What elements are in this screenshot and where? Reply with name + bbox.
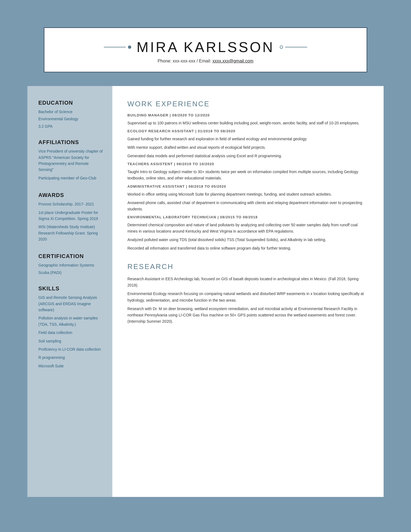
research-para-1: Research Assistant in EES Archeology lab… xyxy=(127,276,369,288)
job-desc-5-2: Recorded all information and transferred… xyxy=(127,245,369,251)
deco-line-right xyxy=(285,47,307,47)
sidebar-affiliations: AFFILIATIONS Vice President of universit… xyxy=(38,139,104,183)
job-teachers-assistant: TEACHERS ASSISTENT | 08/2019 to 10/2020 … xyxy=(127,162,369,181)
work-experience-section: WORK EXPERIENCE BUILDING MANAGER | 08/20… xyxy=(127,100,369,251)
deco-circle-empty-right xyxy=(280,45,283,49)
skill6: R programming xyxy=(38,354,104,361)
name-decoration-left xyxy=(104,45,131,49)
job-desc-5-0: Determined chemical composition and natu… xyxy=(127,222,369,234)
job-title-5: ENVIRONMENTAL LABORATORY TECHNICIAN | 08… xyxy=(127,215,369,219)
research-section: RESEARCH Research Assistant in EES Arche… xyxy=(127,254,369,325)
job-desc-4-1: Answered phone calls, assisted chair of … xyxy=(127,200,369,212)
affiliation2: Participating member of Geo-Club xyxy=(38,175,104,181)
header-contact: Phone: xxx-xxx-xxx / Email: xxxx.xxx@gma… xyxy=(61,59,350,64)
job-desc-2-0: Gained funding for further research and … xyxy=(127,136,369,142)
job-admin-assistant: ADMINISTRATIVE ASSISTANT | 08/2018 to 05… xyxy=(127,184,369,212)
award3: WSI (Watersheds Study Institute) Researc… xyxy=(38,224,104,242)
skill3: Field data collection xyxy=(38,330,104,336)
job-desc-2-2: Generated data models and performed stat… xyxy=(127,153,369,159)
cert1: Geographic Information Systems xyxy=(38,262,104,268)
certification-heading: CERTIFICATION xyxy=(38,253,104,259)
skill4: Soil sampling xyxy=(38,338,104,344)
job-building-manager: BUILDING MANAGER | 08/2020 to 12/2020 Su… xyxy=(127,113,369,126)
job-desc-2-1: With mentor support, drafted written and… xyxy=(127,144,369,151)
deco-line-left xyxy=(104,47,126,47)
job-desc-4-0: Worked in office setting using Microsoft… xyxy=(127,191,369,198)
name-decoration-right xyxy=(280,45,307,49)
job-title-1: BUILDING MANAGER | 08/2020 to 12/2020 xyxy=(127,113,369,117)
job-title-4: ADMINISTRATIVE ASSISTANT | 08/2018 to 05… xyxy=(127,184,369,188)
job-title-2: ECOLOGY RESEARCH ASSISTANT | 01/2019 to … xyxy=(127,129,369,133)
education-heading: EDUCATION xyxy=(38,100,104,106)
job-title-3: TEACHERS ASSISTENT | 08/2019 to 10/2020 xyxy=(127,162,369,166)
cert2: Scuba (PADI) xyxy=(38,270,104,276)
job-desc-5-1: Analyzed polluted water using TDS (total… xyxy=(127,237,369,243)
sidebar-skills: SKILLS GIS and Remote Sensing Analysis (… xyxy=(38,285,104,371)
affiliation1: Vice President of university chapter of … xyxy=(38,148,104,173)
name-row: MIRA KARLSSON xyxy=(61,39,350,55)
awards-heading: AWARDS xyxy=(38,192,104,198)
body-section: EDUCATION Bachelor of Science Environmen… xyxy=(27,86,384,497)
header-card: MIRA KARLSSON Phone: xxx-xxx-xxx / Email… xyxy=(44,27,367,72)
award2: 1st place Undergraduate Poster for Sigma… xyxy=(38,210,104,222)
skill1: GIS and Remote Sensing Analysis (ARCGIS … xyxy=(38,294,104,313)
work-experience-title: WORK EXPERIENCE xyxy=(127,100,369,108)
sidebar: EDUCATION Bachelor of Science Environmen… xyxy=(27,86,112,497)
skill5: Proficiency in LI-COR data collection xyxy=(38,346,104,352)
gpa: 3.2 GPA xyxy=(38,123,104,129)
skill7: Microsoft Suite xyxy=(38,363,104,369)
job-desc-1-0: Supervised up to 100 patrons in MSU well… xyxy=(127,120,369,126)
header-section: MIRA KARLSSON Phone: xxx-xxx-xxx / Email… xyxy=(27,16,384,86)
research-para-2: Environmental Ecology research focusing … xyxy=(127,291,369,303)
major: Environmental Geology xyxy=(38,116,104,122)
sidebar-awards: AWARDS Provost Scholarship. 2017- 2021 1… xyxy=(38,192,104,244)
deco-circle-filled-left xyxy=(128,45,131,49)
phone-email-label: Phone: xxx-xxx-xxx / Email: xyxy=(158,59,212,63)
email-link[interactable]: xxxx.xxx@gmail.com xyxy=(212,59,253,63)
header-name: MIRA KARLSSON xyxy=(137,39,275,55)
affiliations-heading: AFFILIATIONS xyxy=(38,139,104,145)
resume-wrapper: MIRA KARLSSON Phone: xxx-xxx-xxx / Email… xyxy=(27,16,384,497)
degree: Bachelor of Science xyxy=(38,109,104,115)
research-title: RESEARCH xyxy=(127,262,369,271)
job-desc-3-0: Taught Intro to Geology subject matter t… xyxy=(127,169,369,181)
job-ecology-research: ECOLOGY RESEARCH ASSISTANT | 01/2019 to … xyxy=(127,129,369,159)
main-content: WORK EXPERIENCE BUILDING MANAGER | 08/20… xyxy=(112,86,384,497)
job-env-lab-tech: ENVIRONMENTAL LABORATORY TECHNICIAN | 08… xyxy=(127,215,369,251)
research-para-3: Research with Dr. M on deer browsing, we… xyxy=(127,306,369,325)
skills-heading: SKILLS xyxy=(38,285,104,292)
sidebar-education: EDUCATION Bachelor of Science Environmen… xyxy=(38,100,104,130)
award1: Provost Scholarship. 2017- 2021 xyxy=(38,201,104,207)
sidebar-certification: CERTIFICATION Geographic Information Sys… xyxy=(38,253,104,277)
section-divider xyxy=(127,254,369,262)
skill2: Pollution analysis in water samples (TDA… xyxy=(38,315,104,327)
